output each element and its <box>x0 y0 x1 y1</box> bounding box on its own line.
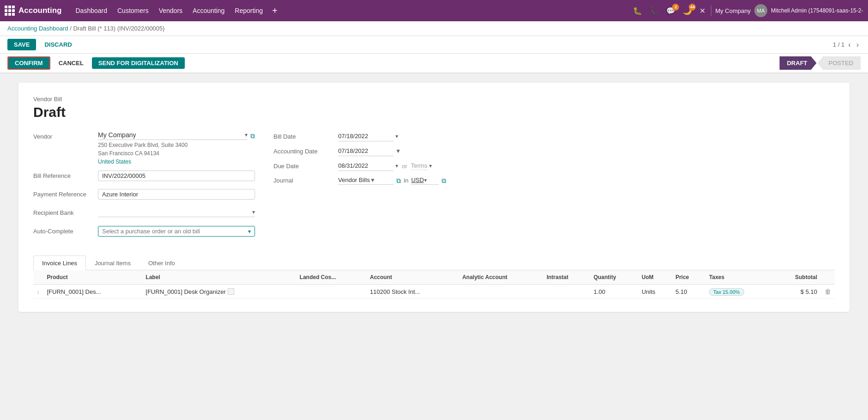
row-tax[interactable]: Tax 15.00% <box>705 285 773 299</box>
due-date-arrow[interactable]: ▾ <box>395 163 398 169</box>
row-sort-handle[interactable]: ↕ <box>33 285 43 299</box>
form-left: Vendor My Company ▾ 250 Executive Park B… <box>33 131 255 244</box>
currency-name[interactable]: USD <box>411 177 424 183</box>
vendor-name[interactable]: My Company <box>98 131 245 139</box>
payment-reference-field-row: Payment Reference <box>33 189 255 203</box>
sort-icon[interactable]: ↕ <box>37 289 40 295</box>
brand-label: Accounting <box>18 6 62 15</box>
nav-customers[interactable]: Customers <box>113 5 153 16</box>
prev-arrow[interactable]: ‹ <box>846 40 852 50</box>
journal-external-link-icon[interactable]: ⧉ <box>396 177 401 185</box>
bill-reference-field-row: Bill Reference <box>33 170 255 184</box>
user-label: Mitchell Admin (17548091-saas-15-2-a... <box>771 7 863 14</box>
bill-date-field-row: Bill Date ▾ <box>273 131 835 141</box>
bill-date-arrow[interactable]: ▾ <box>395 133 398 140</box>
vendor-display: My Company ▾ 250 Executive Park Blvd, Su… <box>98 131 255 166</box>
recipient-bank-arrow[interactable]: ▾ <box>252 209 255 215</box>
app-brand[interactable]: Accounting <box>5 6 62 16</box>
tab-other-info[interactable]: Other Info <box>140 256 184 270</box>
vendor-dropdown-arrow[interactable]: ▾ <box>245 132 248 138</box>
vendor-external-link-icon[interactable]: ⧉ <box>250 132 255 140</box>
th-quantity: Quantity <box>590 270 638 285</box>
breadcrumb-parent[interactable]: Accounting Dashboard <box>7 25 68 32</box>
confirm-button[interactable]: CONFIRM <box>7 56 50 70</box>
save-button[interactable]: SAVE <box>7 39 36 50</box>
avatar-initials: MA <box>754 4 767 17</box>
breadcrumb-separator: / <box>70 25 72 32</box>
tab-invoice-lines[interactable]: Invoice Lines <box>33 256 86 270</box>
clock-icon[interactable]: 🌙 44 <box>681 6 694 16</box>
bill-reference-label: Bill Reference <box>33 170 98 179</box>
th-actions <box>821 270 835 285</box>
row-delete[interactable]: 🗑 <box>821 285 835 299</box>
workflow-status: DRAFT POSTED <box>779 56 861 70</box>
bill-date-input[interactable] <box>338 131 394 141</box>
journal-name[interactable]: Vendor Bills <box>338 177 370 183</box>
row-analytic <box>459 285 543 299</box>
payment-reference-input[interactable] <box>98 189 255 200</box>
next-arrow[interactable]: › <box>855 40 861 50</box>
currency-dropdown-arrow[interactable]: ▾ <box>424 177 427 183</box>
th-subtotal: Subtotal <box>773 270 821 285</box>
breadcrumb: Accounting Dashboard / Draft Bill (* 113… <box>0 21 868 36</box>
bill-reference-input[interactable] <box>98 170 255 181</box>
auto-complete-input[interactable] <box>102 228 248 235</box>
accounting-date-arrow[interactable]: ▼ <box>395 148 401 154</box>
phone-icon[interactable]: 📞 <box>648 6 661 16</box>
th-landed: Landed Cos... <box>296 270 366 285</box>
currency-external-link-icon[interactable]: ⧉ <box>442 177 446 185</box>
accounting-date-value: ▼ <box>338 146 835 156</box>
tab-journal-items[interactable]: Journal Items <box>86 256 140 270</box>
status-draft: DRAFT <box>779 56 816 70</box>
auto-complete-arrow[interactable]: ▾ <box>248 228 251 235</box>
doc-type-label: Vendor Bill <box>33 96 835 103</box>
close-icon[interactable]: ✕ <box>698 6 707 16</box>
payment-reference-value <box>98 189 255 200</box>
accounting-date-label: Accounting Date <box>273 148 338 155</box>
tabs-bar: Invoice Lines Journal Items Other Info <box>33 256 835 270</box>
discard-button[interactable]: DISCARD <box>40 39 76 50</box>
cancel-button[interactable]: CANCEL <box>54 57 88 69</box>
th-label: Label <box>142 270 296 285</box>
journal-label: Journal <box>273 177 338 184</box>
bug-icon[interactable]: 🐛 <box>631 6 644 16</box>
action-bar: SAVE DISCARD 1 / 1 ‹ › <box>0 36 868 54</box>
accounting-date-input[interactable] <box>338 146 394 156</box>
digitalize-button[interactable]: SEND FOR DIGITALIZATION <box>92 57 185 69</box>
terms-label[interactable]: Terms <box>411 162 427 170</box>
chat-icon[interactable]: 💬 2 <box>664 6 677 16</box>
bill-date-value: ▾ <box>338 131 835 141</box>
nav-dashboard[interactable]: Dashboard <box>71 5 112 16</box>
vendor-select-wrap: My Company ▾ 250 Executive Park Blvd, Su… <box>98 131 248 166</box>
table-body: ↕ [FURN_0001] Des... [FURN_0001] Desk Or… <box>33 285 835 299</box>
invoice-table: Product Label Landed Cos... Account Anal… <box>33 270 835 299</box>
accounting-date-field-row: Accounting Date ▼ <box>273 146 835 156</box>
nav-plus[interactable]: + <box>268 6 281 16</box>
nav-reporting[interactable]: Reporting <box>230 5 267 16</box>
row-price[interactable]: 5.10 <box>672 285 705 299</box>
row-uom[interactable]: Units <box>638 285 672 299</box>
row-account[interactable]: 110200 Stock Int... <box>366 285 459 299</box>
th-sort <box>33 270 43 285</box>
terms-arrow[interactable]: ▾ <box>429 163 432 169</box>
th-intrastat: Intrastat <box>543 270 590 285</box>
breadcrumb-current: Draft Bill (* 113) (INV/2022/00005) <box>73 25 164 32</box>
auto-complete-field-row: Auto-Complete ▾ <box>33 226 255 240</box>
nav-vendors[interactable]: Vendors <box>154 5 187 16</box>
th-product: Product <box>43 270 142 285</box>
nav-accounting[interactable]: Accounting <box>188 5 229 16</box>
vendor-addr1: 250 Executive Park Blvd, Suite 3400 <box>98 141 248 149</box>
avatar[interactable]: MA <box>754 4 767 17</box>
row-quantity[interactable]: 1.00 <box>590 285 638 299</box>
pagination-area: 1 / 1 ‹ › <box>833 40 861 50</box>
label-image-icon <box>228 288 234 295</box>
company-label[interactable]: My Company <box>715 7 751 14</box>
due-date-input[interactable] <box>338 161 394 171</box>
row-label[interactable]: [FURN_0001] Desk Organizer <box>142 285 296 299</box>
journal-dropdown-arrow[interactable]: ▼ <box>370 177 376 183</box>
navbar-divider <box>711 5 711 16</box>
trash-icon[interactable]: 🗑 <box>825 288 831 295</box>
pagination-text: 1 / 1 <box>833 41 844 48</box>
journal-field-row: Journal Vendor Bills ▼ ⧉ in USD ▾ <box>273 176 835 185</box>
row-product[interactable]: [FURN_0001] Des... <box>43 285 142 299</box>
